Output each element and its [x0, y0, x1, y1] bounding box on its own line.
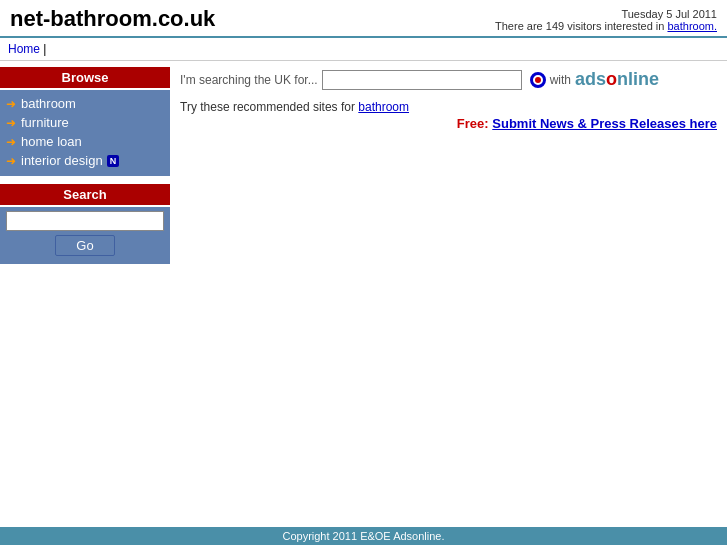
go-button[interactable]: Go — [55, 235, 114, 256]
nav-arrow-icon: ➜ — [6, 97, 16, 111]
recommended-prefix: Try these recommended sites for — [180, 100, 355, 114]
sidebar-item-label: interior design — [21, 153, 103, 168]
sidebar-item-label: furniture — [21, 115, 69, 130]
sidebar-nav: ➜ bathroom ➜ furniture ➜ home loan ➜ int… — [0, 90, 170, 176]
visitors-text: There are 149 visitors interested in — [495, 20, 664, 32]
search-uk-label: I'm searching the UK for... — [180, 73, 318, 87]
free-submit-area: Free: Submit News & Press Releases here — [180, 116, 717, 131]
nav-arrow-icon: ➜ — [6, 116, 16, 130]
with-label: with — [550, 73, 571, 87]
search-title: Search — [0, 184, 170, 205]
breadcrumb: Home | — [0, 38, 727, 61]
nav-arrow-icon: ➜ — [6, 154, 16, 168]
nav-arrow-icon: ➜ — [6, 135, 16, 149]
date-line: Tuesday 5 Jul 2011 — [495, 8, 717, 20]
ads-nline: nline — [617, 69, 659, 89]
recommended-row: Try these recommended sites for bathroom — [180, 100, 717, 114]
search-section: Search Go — [0, 184, 170, 264]
site-title: net-bathroom.co.uk — [10, 6, 215, 32]
ads-online-logo: adsonline — [575, 69, 659, 90]
visitors-link[interactable]: bathroom. — [667, 20, 717, 32]
home-link[interactable]: Home — [8, 42, 40, 56]
search-uk-input[interactable] — [322, 70, 522, 90]
main: Browse ➜ bathroom ➜ furniture ➜ home loa… — [0, 61, 727, 270]
sidebar: Browse ➜ bathroom ➜ furniture ➜ home loa… — [0, 61, 170, 270]
search-input-box: Go — [0, 207, 170, 264]
radio-inner — [535, 77, 541, 83]
radio-with-ads: with adsonline — [530, 69, 659, 90]
sidebar-item-interior-design[interactable]: ➜ interior design N — [0, 151, 170, 170]
browse-title: Browse — [0, 67, 170, 88]
free-label: Free: — [457, 116, 489, 131]
submit-link[interactable]: Submit News & Press Releases here — [492, 116, 717, 131]
search-input[interactable] — [6, 211, 164, 231]
new-badge: N — [107, 155, 120, 167]
breadcrumb-separator: | — [43, 42, 46, 56]
sidebar-item-furniture[interactable]: ➜ furniture — [0, 113, 170, 132]
ads-text: ads — [575, 69, 606, 89]
search-bar-row: I'm searching the UK for... with adsonli… — [180, 69, 717, 90]
sidebar-item-label: bathroom — [21, 96, 76, 111]
header: net-bathroom.co.uk Tuesday 5 Jul 2011 Th… — [0, 0, 727, 38]
sidebar-item-bathroom[interactable]: ➜ bathroom — [0, 94, 170, 113]
sidebar-item-home-loan[interactable]: ➜ home loan — [0, 132, 170, 151]
content: I'm searching the UK for... with adsonli… — [170, 61, 727, 139]
visitors-line: There are 149 visitors interested in bat… — [495, 20, 717, 32]
recommended-link[interactable]: bathroom — [358, 100, 409, 114]
ads-o: o — [606, 69, 617, 89]
radio-icon[interactable] — [530, 72, 546, 88]
sidebar-item-label: home loan — [21, 134, 82, 149]
header-right: Tuesday 5 Jul 2011 There are 149 visitor… — [495, 8, 717, 32]
